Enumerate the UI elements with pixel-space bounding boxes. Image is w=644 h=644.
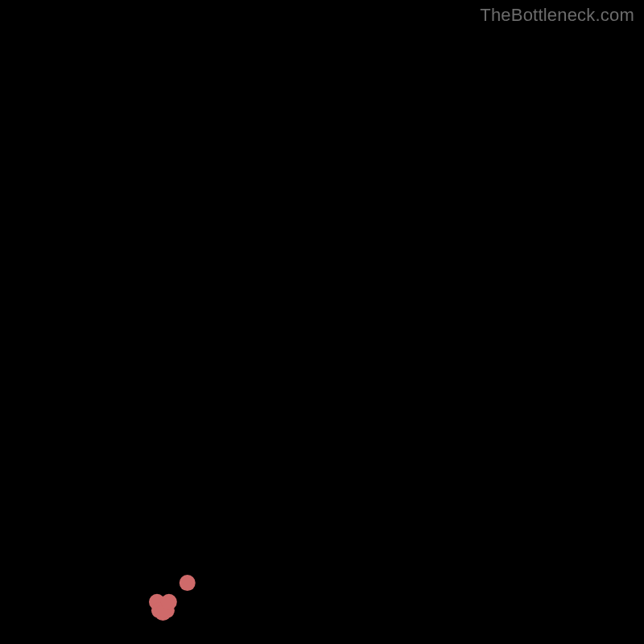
marker-group <box>149 575 196 621</box>
marker-dot <box>161 594 177 610</box>
watermark-text: TheBottleneck.com <box>480 5 634 26</box>
marker-dot <box>180 575 196 591</box>
chart-frame: TheBottleneck.com <box>0 0 644 644</box>
curve-left-branch <box>60 24 164 613</box>
chart-svg <box>24 24 620 620</box>
curve-right-branch <box>164 96 620 613</box>
